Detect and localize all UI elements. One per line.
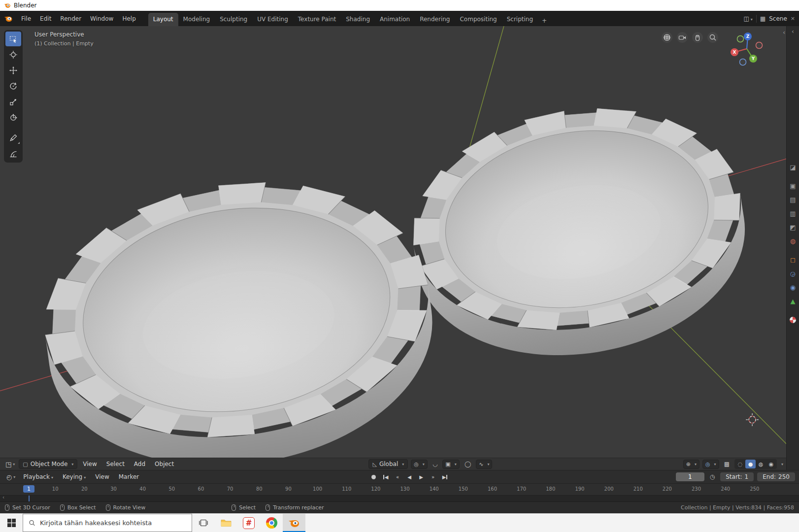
object-data-tab-icon[interactable]: ▲ — [791, 298, 796, 304]
show-gizmo-toggle[interactable]: ⊕▾ — [683, 460, 699, 469]
view-layer-tab-icon[interactable]: ▥ — [790, 210, 796, 217]
search-input[interactable] — [40, 519, 186, 527]
workspace-tab-uv-editing[interactable]: UV Editing — [252, 13, 293, 26]
workspace-tab-modeling[interactable]: Modeling — [178, 13, 215, 26]
blender-taskbar-button[interactable] — [283, 514, 305, 532]
menu-view-timeline[interactable]: View — [91, 472, 113, 482]
prev-keyframe-button[interactable]: « — [392, 472, 402, 482]
shading-rendered-icon[interactable]: ◉ — [766, 460, 776, 468]
tool-select-box[interactable] — [5, 32, 21, 46]
playhead[interactable]: 1 — [23, 485, 34, 493]
material-tab-icon[interactable] — [790, 317, 796, 323]
scene-name[interactable]: Scene — [769, 15, 787, 22]
hash-app-button[interactable]: # — [237, 514, 260, 532]
next-keyframe-button[interactable]: » — [428, 472, 438, 482]
render-tab-icon[interactable]: ▣ — [790, 183, 796, 189]
preview-range-clock-icon[interactable]: ◷ — [708, 473, 717, 480]
play-reverse-button[interactable]: ◀ — [404, 472, 414, 482]
zoom-icon[interactable] — [707, 32, 718, 43]
shading-dropdown-icon[interactable]: ▾ — [781, 462, 783, 466]
gizmo-negative-y[interactable] — [737, 36, 744, 42]
timeline-editor-icon[interactable]: ◴▾ — [4, 473, 18, 481]
menu-add[interactable]: Add — [130, 459, 149, 469]
shading-wireframe-icon[interactable]: ◌ — [735, 460, 745, 468]
viewport-canvas[interactable] — [0, 26, 786, 458]
shading-solid-icon[interactable]: ● — [745, 460, 756, 468]
navigation-gizmo[interactable]: Z X Y — [728, 29, 766, 67]
tool-cursor[interactable] — [5, 47, 21, 62]
gizmo-negative-z[interactable] — [740, 59, 746, 66]
play-button[interactable]: ▶ — [416, 472, 426, 482]
add-workspace-button[interactable]: + — [538, 15, 551, 26]
tool-scale[interactable] — [5, 95, 21, 109]
falloff-select[interactable]: ∿▾ — [476, 460, 492, 469]
file-explorer-button[interactable] — [215, 514, 237, 532]
snap-settings[interactable]: ▣▾ — [442, 460, 459, 469]
editor-type-icon[interactable]: ◳▾ — [3, 461, 17, 468]
tool-tab-icon[interactable]: ◪ — [790, 164, 796, 170]
menu-window[interactable]: Window — [86, 13, 118, 24]
overlays-toggle[interactable]: ◎▾ — [702, 460, 719, 469]
jump-start-button[interactable]: ◀ — [380, 472, 391, 482]
workspace-tab-scripting[interactable]: Scripting — [502, 13, 538, 26]
menu-marker[interactable]: Marker — [115, 472, 143, 482]
object-tab-icon[interactable]: ◻ — [790, 257, 796, 263]
pivot-select[interactable]: ◎▾ — [411, 460, 428, 469]
tool-move[interactable] — [5, 63, 21, 78]
menu-select-3d[interactable]: Select — [102, 459, 129, 469]
tool-rotate[interactable] — [5, 79, 21, 94]
orthographic-toggle-icon[interactable] — [662, 32, 672, 43]
current-frame-field[interactable]: 1 — [676, 472, 704, 481]
pan-hand-icon[interactable] — [692, 32, 703, 43]
menu-keying[interactable]: Keying▾ — [59, 472, 90, 482]
menu-object[interactable]: Object — [151, 459, 178, 469]
workspace-tab-rendering[interactable]: Rendering — [415, 13, 455, 26]
region-collapse-icon[interactable]: ‹ — [783, 29, 785, 36]
expand-channels-icon[interactable]: ‹ — [2, 495, 4, 500]
chrome-button[interactable] — [260, 514, 283, 532]
end-frame-field[interactable]: End:250 — [757, 472, 795, 481]
workspace-tab-animation[interactable]: Animation — [375, 13, 415, 26]
shading-material-icon[interactable]: ◍ — [756, 460, 766, 468]
taskbar-search[interactable] — [23, 514, 192, 532]
tool-measure[interactable] — [5, 146, 21, 161]
start-button[interactable] — [0, 514, 23, 532]
camera-view-icon[interactable] — [677, 32, 688, 43]
expand-properties-icon[interactable]: ‹ — [792, 28, 794, 35]
menu-playback[interactable]: Playback▾ — [19, 472, 57, 482]
snap-magnet-icon[interactable]: ◡ — [431, 461, 439, 467]
proportional-edit-icon[interactable]: ◯ — [463, 461, 473, 467]
workspace-tab-texture-paint[interactable]: Texture Paint — [293, 13, 341, 26]
timeline-ruler[interactable]: 1 10203040506070809010011012013014015016… — [0, 483, 799, 495]
task-view-button[interactable] — [192, 514, 215, 532]
scene-tab-icon[interactable]: ◩ — [790, 224, 796, 231]
blender-menu-logo[interactable] — [4, 14, 13, 23]
viewport-3d[interactable]: User Perspective (1) Collection | Empty — [0, 26, 786, 458]
physics-tab-icon[interactable]: ◉ — [790, 284, 796, 291]
menu-help[interactable]: Help — [118, 13, 140, 24]
workspace-tab-sculpting[interactable]: Sculpting — [215, 13, 252, 26]
gizmo-negative-x[interactable] — [756, 42, 763, 49]
orientation-select[interactable]: ◺ Global ▾ — [368, 459, 408, 469]
auto-key-button[interactable] — [368, 472, 379, 482]
menu-render[interactable]: Render — [56, 13, 86, 24]
screen-layout-icon[interactable]: ◫▾ — [743, 15, 752, 22]
start-frame-field[interactable]: Start:1 — [720, 472, 754, 481]
mode-select[interactable]: ▢ Object Mode ▾ — [19, 459, 77, 469]
output-tab-icon[interactable]: ▤ — [790, 197, 796, 203]
workspace-tab-shading[interactable]: Shading — [341, 13, 375, 26]
menu-edit[interactable]: Edit — [35, 13, 56, 24]
jump-end-button[interactable]: ▶ — [439, 472, 450, 482]
workspace-tab-layout[interactable]: Layout — [148, 13, 178, 26]
tool-annotate[interactable] — [5, 131, 21, 145]
tool-transform[interactable] — [5, 110, 21, 125]
modifiers-tab-icon[interactable]: ◶ — [790, 270, 796, 277]
timeline-track[interactable]: ‹ — [0, 495, 799, 501]
menu-view-3d[interactable]: View — [79, 459, 100, 469]
workspace-tab-compositing[interactable]: Compositing — [455, 13, 501, 26]
xray-toggle-icon[interactable]: ▩ — [722, 461, 732, 467]
menu-file[interactable]: File — [17, 13, 35, 24]
world-tab-icon[interactable]: ◍ — [790, 238, 796, 244]
scene-unlink-icon[interactable]: × — [791, 15, 795, 22]
ruler-mark: 130 — [400, 486, 409, 492]
